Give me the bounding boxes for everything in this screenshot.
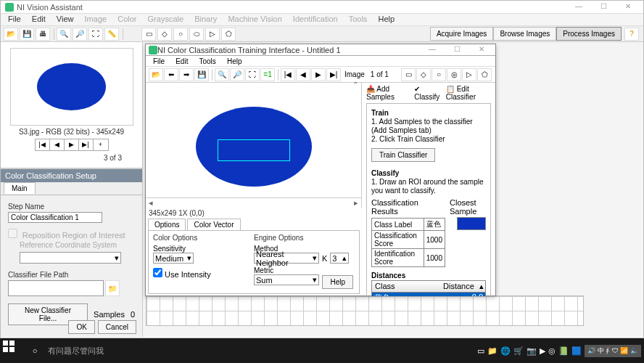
- minimize-button[interactable]: —: [568, 1, 590, 12]
- dlg-prev-icon[interactable]: ◀: [296, 68, 310, 81]
- dlg-menu-file[interactable]: File: [149, 57, 169, 66]
- nav-last-icon[interactable]: ▶|: [79, 139, 94, 150]
- list-item[interactable]: 蓝色0.0: [372, 293, 485, 296]
- help-button[interactable]: Help: [322, 275, 353, 289]
- tab-main[interactable]: Main: [4, 182, 36, 194]
- metric-select[interactable]: Sum▾: [254, 274, 319, 285]
- start-button[interactable]: [3, 340, 25, 361]
- method-select[interactable]: Nearest Neighbor▾: [254, 253, 319, 264]
- menu-tools[interactable]: Tools: [344, 13, 372, 25]
- dlg-maximize-button[interactable]: ☐: [446, 44, 468, 55]
- menu-image[interactable]: Image: [80, 13, 112, 25]
- roi-rectangle[interactable]: [218, 139, 290, 161]
- zoom-in-icon[interactable]: 🔍: [57, 28, 71, 41]
- cancel-button[interactable]: Cancel: [98, 320, 136, 334]
- taskbar-app[interactable]: 🛒: [513, 346, 524, 356]
- dlg-menu-tools[interactable]: Tools: [194, 57, 220, 66]
- ok-button[interactable]: OK: [68, 320, 94, 334]
- tab-options[interactable]: Options: [148, 219, 186, 230]
- k-spinner[interactable]: 3▴: [330, 253, 349, 264]
- taskbar-app[interactable]: 📷: [527, 346, 537, 356]
- cortana-icon[interactable]: ○: [25, 340, 45, 361]
- menu-color[interactable]: Color: [113, 13, 141, 25]
- scroll-up-icon[interactable]: ▴: [476, 281, 485, 292]
- dlg-prev-folder-icon[interactable]: ⬅: [164, 68, 178, 81]
- maximize-button[interactable]: ☐: [593, 1, 614, 12]
- dlg-last-icon[interactable]: ▶|: [326, 68, 341, 81]
- nav-prev-icon[interactable]: ◀: [50, 139, 65, 150]
- rect-tool-icon[interactable]: ▭: [141, 28, 156, 41]
- ref-sys-select[interactable]: ▾: [20, 252, 121, 264]
- dlg-diamond-icon[interactable]: ◇: [416, 68, 431, 81]
- dlg-target-icon[interactable]: ◎: [447, 68, 461, 81]
- taskbar-app[interactable]: ▶: [540, 346, 545, 356]
- close-button[interactable]: ✕: [617, 1, 639, 12]
- search-hint[interactable]: 有问题尽管问我: [48, 346, 104, 356]
- train-classifier-button[interactable]: Train Classifier: [371, 148, 435, 162]
- taskbar-app[interactable]: 📁: [487, 346, 498, 356]
- menu-edit[interactable]: Edit: [28, 13, 50, 25]
- use-intensity-checkbox[interactable]: [153, 268, 162, 277]
- sensitivity-select[interactable]: Medium▾: [153, 253, 194, 264]
- nav-add-icon[interactable]: +: [94, 139, 108, 150]
- classify-button[interactable]: ✔ Classify: [414, 85, 442, 101]
- open-icon[interactable]: 📂: [4, 28, 18, 41]
- dlg-next-icon[interactable]: ▶: [311, 68, 326, 81]
- ellipse-tool-icon[interactable]: ⬭: [189, 28, 204, 41]
- step-name-input[interactable]: [8, 212, 102, 223]
- play-tool-icon[interactable]: ▷: [205, 28, 220, 41]
- diamond-tool-icon[interactable]: ◇: [157, 28, 172, 41]
- dlg-zoom-fit-icon[interactable]: ⛶: [245, 68, 260, 81]
- nav-next-icon[interactable]: ▶: [65, 139, 79, 150]
- save-icon[interactable]: 💾: [20, 28, 34, 41]
- help-icon[interactable]: ?: [624, 28, 639, 41]
- circle-tool-icon[interactable]: ○: [173, 28, 188, 41]
- menu-view[interactable]: View: [52, 13, 78, 25]
- dlg-play-icon[interactable]: ▷: [462, 68, 476, 81]
- add-samples-button[interactable]: 📥 Add Samples: [366, 85, 410, 101]
- dlg-zoom-in-icon[interactable]: 🔍: [215, 68, 229, 81]
- acquire-images-button[interactable]: Acquire Images: [430, 27, 493, 41]
- file-path-input[interactable]: [8, 280, 104, 296]
- dlg-save-icon[interactable]: 💾: [194, 68, 209, 81]
- dlg-menu-help[interactable]: Help: [223, 57, 247, 66]
- image-view[interactable]: ⌃: [146, 83, 362, 197]
- dlg-zoom-1x-icon[interactable]: =1: [260, 68, 275, 81]
- dlg-open-icon[interactable]: 📂: [149, 68, 163, 81]
- process-images-button[interactable]: Process Images: [556, 27, 622, 41]
- edit-classifier-button[interactable]: 📋 Edit Classifier: [446, 85, 491, 101]
- system-tray[interactable]: 🔊 中 ∮ 🛡 📶 🔈: [585, 345, 641, 357]
- poly-tool-icon[interactable]: ⬠: [221, 28, 236, 41]
- collapse-icon[interactable]: ⌃: [352, 81, 358, 89]
- dlg-menu-edit[interactable]: Edit: [171, 57, 192, 66]
- menu-help[interactable]: Help: [373, 13, 399, 25]
- dlg-poly-icon[interactable]: ⬠: [477, 68, 492, 81]
- task-view-icon[interactable]: ▭: [477, 346, 484, 356]
- menu-file[interactable]: File: [4, 13, 25, 25]
- zoom-fit-icon[interactable]: ⛶: [88, 28, 103, 41]
- dlg-close-button[interactable]: ✕: [471, 44, 492, 55]
- taskbar-app[interactable]: 📗: [558, 346, 569, 356]
- dlg-rect-icon[interactable]: ▭: [401, 68, 416, 81]
- dlg-minimize-button[interactable]: —: [421, 44, 443, 55]
- dlg-circle-icon[interactable]: ○: [432, 68, 446, 81]
- scroll-left-icon[interactable]: ◂: [149, 198, 153, 208]
- taskbar-app[interactable]: 🌐: [500, 346, 511, 356]
- nav-first-icon[interactable]: |◀: [36, 139, 50, 150]
- scroll-right-icon[interactable]: ▸: [354, 198, 358, 208]
- taskbar-app[interactable]: 🟦: [571, 346, 582, 356]
- tab-color-vector[interactable]: Color Vector: [187, 219, 240, 230]
- menu-machine-vision[interactable]: Machine Vision: [223, 13, 286, 25]
- dlg-next-folder-icon[interactable]: ➡: [179, 68, 194, 81]
- menu-binary[interactable]: Binary: [190, 13, 221, 25]
- menu-grayscale[interactable]: Grayscale: [144, 13, 189, 25]
- browse-file-icon[interactable]: 📁: [105, 280, 120, 296]
- browse-images-button[interactable]: Browse Images: [493, 27, 556, 41]
- dlg-first-icon[interactable]: |◀: [281, 68, 295, 81]
- dlg-zoom-out-icon[interactable]: 🔎: [230, 68, 244, 81]
- print-icon[interactable]: 🖶: [36, 28, 50, 41]
- taskbar-app[interactable]: ◎: [548, 346, 556, 356]
- ruler-icon[interactable]: 📏: [104, 28, 119, 41]
- menu-identification[interactable]: Identification: [289, 13, 342, 25]
- zoom-out-icon[interactable]: 🔎: [73, 28, 87, 41]
